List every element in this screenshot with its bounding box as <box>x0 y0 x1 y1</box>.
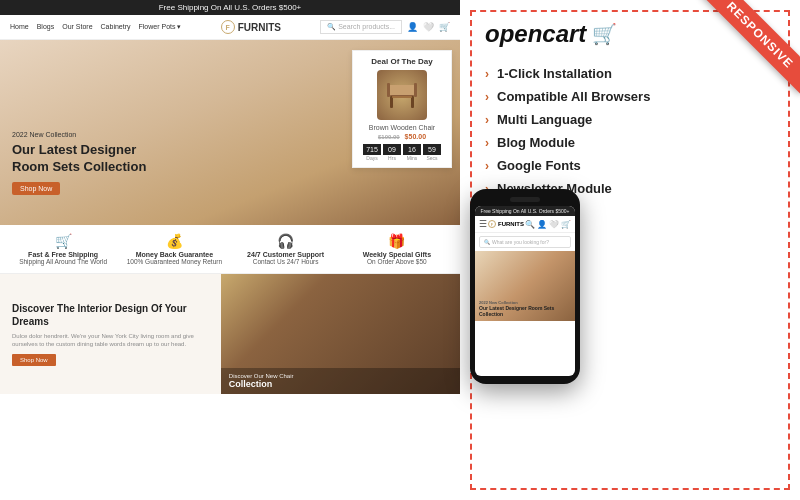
list-item: › Blog Module <box>485 135 775 150</box>
phone-mockup: Free Shipping On All U.S. Orders $500+ ☰… <box>470 189 580 384</box>
website-preview: Free Shipping On All U.S. Orders $500+ H… <box>0 0 460 500</box>
phone-search-bar: 🔍 What are you looking for? <box>479 236 571 248</box>
feature-label: 1-Click Installation <box>497 66 612 81</box>
chevron-icon: › <box>485 136 489 150</box>
phone-hamburger-icon: ☰ <box>479 219 487 229</box>
deal-product-name: Brown Wooden Chair <box>359 124 445 131</box>
logo-name: FURNITS <box>238 22 281 33</box>
feature-support: 🎧 24/7 Customer Support Contact Us 24/7 … <box>233 233 339 265</box>
phone-hero-text: 2022 New Collection Our Latest Designer … <box>479 300 575 317</box>
chevron-icon: › <box>485 113 489 127</box>
phone-nav: ☰ F FURNITS 🔍 👤 🤍 🛒 <box>475 216 575 233</box>
hero-badge: 2022 New Collection <box>12 131 152 138</box>
svg-rect-3 <box>388 85 416 95</box>
svg-rect-5 <box>414 83 417 97</box>
feature-label: Compatible All Browsers <box>497 89 650 104</box>
list-item: › Google Fonts <box>485 158 775 173</box>
opencart-cart-icon: 🛒 <box>592 22 617 46</box>
hero-title: Our Latest Designer Room Sets Collection <box>12 142 152 176</box>
phone-topbar: Free Shipping On All U.S. Orders $500+ <box>475 206 575 216</box>
deal-title: Deal Of The Day <box>359 57 445 66</box>
deal-price: $100.00 $50.00 <box>359 133 445 140</box>
shipping-icon: 🛒 <box>10 233 116 249</box>
opencart-text: opencart <box>485 20 586 48</box>
chevron-icon: › <box>485 159 489 173</box>
responsive-badge-container: RESPONSIVE <box>680 0 800 120</box>
responsive-badge: RESPONSIVE <box>701 0 800 94</box>
feature-label-google-fonts: Google Fonts <box>497 158 581 173</box>
chevron-icon: › <box>485 67 489 81</box>
phone-mockup-section: Free Shipping On All U.S. Orders $500+ ☰… <box>470 189 760 384</box>
money-icon: 💰 <box>121 233 227 249</box>
nav-right: 🔍 Search products... 👤 🤍 🛒 <box>320 20 450 34</box>
hero-cta-button[interactable]: Shop Now <box>12 182 60 195</box>
feature-shipping: 🛒 Fast & Free Shipping Shipping All Arou… <box>10 233 116 265</box>
svg-rect-6 <box>392 96 412 98</box>
feature-label: Blog Module <box>497 135 575 150</box>
phone-notch <box>510 197 540 202</box>
chevron-icon: › <box>485 90 489 104</box>
hero-content: 2022 New Collection Our Latest Designer … <box>12 131 152 195</box>
logo-icon: F <box>221 20 235 34</box>
interior-right: Discover Our New Chair Collection <box>221 274 460 394</box>
interior-title: Discover The Interior Design Of Your Dre… <box>12 302 209 328</box>
support-icon: 🎧 <box>233 233 339 249</box>
topbar-text: Free Shipping On All U.S. Orders $500+ <box>159 3 302 12</box>
interior-cta-button[interactable]: Shop Now <box>12 354 56 366</box>
nav-links: Home Blogs Our Store Cabinetry Flower Po… <box>10 23 181 31</box>
features-row: 🛒 Fast & Free Shipping Shipping All Arou… <box>0 225 460 274</box>
svg-rect-4 <box>387 83 390 97</box>
feature-gifts: 🎁 Weekly Special Gifts On Order Above $5… <box>344 233 450 265</box>
deal-box: Deal Of The Day Brown Wooden Chair $100.… <box>352 50 452 168</box>
deal-timer: 715 Days 09 Hrs 16 Mins 59 Secs <box>359 144 445 161</box>
gifts-icon: 🎁 <box>344 233 450 249</box>
search-box[interactable]: 🔍 Search products... <box>320 20 402 34</box>
phone-hero: 2022 New Collection Our Latest Designer … <box>475 251 575 321</box>
phone-logo: F FURNITS <box>488 220 524 228</box>
hero-section: 2022 New Collection Our Latest Designer … <box>0 40 460 225</box>
interior-text: Dulce dolor hendrerit. We're your New Yo… <box>12 332 209 349</box>
phone-nav-icons: 🔍 👤 🤍 🛒 <box>525 220 571 229</box>
phone-logo-icon: F <box>488 220 496 228</box>
interior-left: Discover The Interior Design Of Your Dre… <box>0 274 221 394</box>
chair-svg <box>382 75 422 115</box>
interior-section: Discover The Interior Design Of Your Dre… <box>0 274 460 394</box>
feature-label: Multi Language <box>497 112 592 127</box>
nav-bar: Home Blogs Our Store Cabinetry Flower Po… <box>0 15 460 40</box>
phone-screen: Free Shipping On All U.S. Orders $500+ ☰… <box>475 206 575 376</box>
feature-money-back: 💰 Money Back Guarantee 100% Guaranteed M… <box>121 233 227 265</box>
top-bar: Free Shipping On All U.S. Orders $500+ <box>0 0 460 15</box>
nav-logo: F FURNITS <box>221 20 281 34</box>
features-panel: RESPONSIVE opencart 🛒 › 1-Click Installa… <box>460 0 800 500</box>
sofa-overlay: Discover Our New Chair Collection <box>221 368 460 394</box>
deal-product-image <box>377 70 427 120</box>
